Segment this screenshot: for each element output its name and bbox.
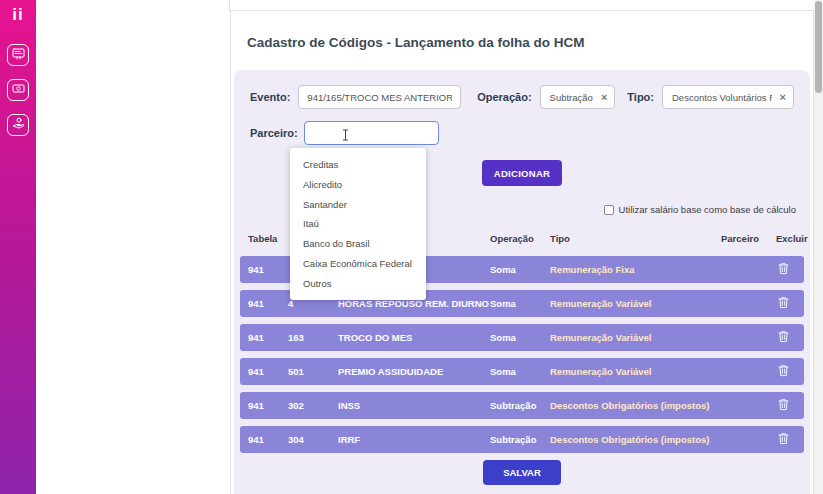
cell-tipo: Remuneração Variável xyxy=(550,366,721,377)
parceiro-dropdown: Creditas Alicredito Santander Itaú Banco… xyxy=(290,148,426,300)
delete-row-button[interactable] xyxy=(776,330,804,346)
table-row: 941 304 IRRF Subtração Descontos Obrigat… xyxy=(240,426,804,453)
dropdown-option[interactable]: Santander xyxy=(290,195,426,215)
cell-tipo: Remuneração Variável xyxy=(550,332,721,343)
sidebar-item-reports[interactable] xyxy=(7,44,29,66)
cell-evento: 302 xyxy=(288,400,338,411)
sidebar-item-benefits[interactable] xyxy=(7,114,29,136)
cell-evento: 163 xyxy=(288,332,338,343)
form-row-1: Evento: Operação: Subtração × Tipo: Desc… xyxy=(234,84,810,110)
tipo-label: Tipo: xyxy=(627,91,654,103)
adicionar-button[interactable]: ADICIONAR xyxy=(482,160,562,186)
cell-tabela: 941 xyxy=(248,400,288,411)
tipo-chip-value: Descontos Voluntários Re xyxy=(672,92,772,103)
cell-tabela: 941 xyxy=(248,264,288,275)
cell-tabela: 941 xyxy=(248,366,288,377)
dropdown-option[interactable]: Caixa Econômica Federal xyxy=(290,254,426,274)
table-row: 941 501 PREMIO ASSIDUIDADE Soma Remunera… xyxy=(240,358,804,385)
header-excluir: Excluir xyxy=(776,231,808,246)
delete-row-button[interactable] xyxy=(776,364,804,380)
parceiro-label: Parceiro: xyxy=(250,127,298,139)
report-board-icon xyxy=(12,47,25,63)
dropdown-option[interactable]: Outros xyxy=(290,274,426,294)
header-tabela: Tabela xyxy=(248,231,288,246)
cell-operacao: Soma xyxy=(490,332,550,343)
sidebar: ii xyxy=(0,0,36,494)
trash-icon xyxy=(778,330,789,346)
app-logo: ii xyxy=(12,5,23,25)
dropdown-option[interactable]: Creditas xyxy=(290,155,426,175)
cell-evento: 501 xyxy=(288,366,338,377)
salvar-button[interactable]: SALVAR xyxy=(483,460,561,485)
cell-tipo: Remuneração Fixa xyxy=(550,264,721,275)
table-row: 941 163 TROCO DO MES Soma Remuneração Va… xyxy=(240,324,804,351)
cell-tabela: 941 xyxy=(248,332,288,343)
header-parceiro: Parceiro xyxy=(721,231,776,246)
hand-coin-icon xyxy=(12,117,25,133)
remove-operacao-icon[interactable]: × xyxy=(601,92,607,103)
header-tipo: Tipo xyxy=(550,231,721,246)
banknote-icon xyxy=(12,82,25,98)
cell-tabela: 941 xyxy=(248,434,288,445)
page-title: Cadastro de Códigos - Lançamento da folh… xyxy=(247,35,813,50)
scrollbar[interactable] xyxy=(814,0,823,494)
delete-row-button[interactable] xyxy=(776,398,804,414)
trash-icon xyxy=(778,262,789,278)
cell-descricao: TROCO DO MES xyxy=(338,332,490,343)
cell-descricao: PREMIO ASSIDUIDADE xyxy=(338,366,490,377)
trash-icon xyxy=(778,296,789,312)
parceiro-input[interactable] xyxy=(304,121,439,145)
salary-base-checkbox[interactable] xyxy=(604,205,614,215)
scrollbar-thumb[interactable] xyxy=(815,1,822,93)
form-row-2: Parceiro: xyxy=(234,120,810,146)
cell-operacao: Soma xyxy=(490,264,550,275)
evento-input[interactable] xyxy=(298,85,461,109)
table-row: 941 302 INSS Subtração Descontos Obrigat… xyxy=(240,392,804,419)
remove-tipo-icon[interactable]: × xyxy=(780,92,786,103)
cell-operacao: Soma xyxy=(490,298,550,309)
dropdown-option[interactable]: Itaú xyxy=(290,214,426,234)
operacao-label: Operação: xyxy=(477,91,531,103)
evento-label: Evento: xyxy=(250,91,290,103)
cell-tipo: Remuneração Variável xyxy=(550,298,721,309)
trash-icon xyxy=(778,432,789,448)
form-panel: Evento: Operação: Subtração × Tipo: Desc… xyxy=(234,70,810,494)
main-card: Cadastro de Códigos - Lançamento da folh… xyxy=(230,10,814,494)
sidebar-nav xyxy=(7,44,29,136)
dropdown-option[interactable]: Banco do Brasil xyxy=(290,234,426,254)
dropdown-option[interactable]: Alicredito xyxy=(290,175,426,195)
cell-tipo: Descontos Obrigatórios (impostos) xyxy=(550,434,721,445)
tipo-chip[interactable]: Descontos Voluntários Re × xyxy=(662,85,794,109)
cell-tipo: Descontos Obrigatórios (impostos) xyxy=(550,400,721,411)
delete-row-button[interactable] xyxy=(776,432,804,448)
trash-icon xyxy=(778,364,789,380)
cell-evento: 304 xyxy=(288,434,338,445)
trash-icon xyxy=(778,398,789,414)
operacao-chip-value: Subtração xyxy=(550,92,593,103)
sidebar-item-payroll[interactable] xyxy=(7,79,29,101)
cell-tabela: 941 xyxy=(248,298,288,309)
salary-base-checkbox-label: Utilizar salário base como base de cálcu… xyxy=(619,204,796,215)
operacao-chip[interactable]: Subtração × xyxy=(540,85,616,109)
cell-descricao: INSS xyxy=(338,400,490,411)
cell-descricao: IRRF xyxy=(338,434,490,445)
cell-operacao: Subtração xyxy=(490,400,550,411)
delete-row-button[interactable] xyxy=(776,296,804,312)
header-operacao: Operação xyxy=(490,231,550,246)
cell-operacao: Soma xyxy=(490,366,550,377)
cell-operacao: Subtração xyxy=(490,434,550,445)
delete-row-button[interactable] xyxy=(776,262,804,278)
